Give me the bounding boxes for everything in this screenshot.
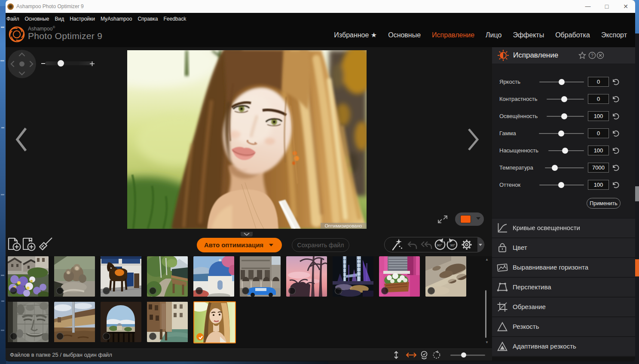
svg-text:90°: 90° [437, 243, 442, 247]
svg-text:Оптимизировано: Оптимизировано [325, 223, 362, 228]
svg-text:?: ? [591, 53, 593, 58]
svg-text:90°: 90° [450, 243, 455, 247]
